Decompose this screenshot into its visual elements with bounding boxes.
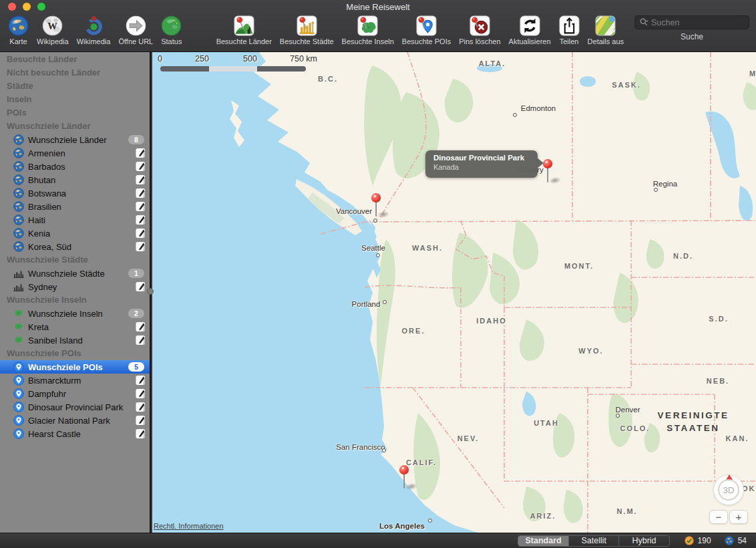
map-details-icon: [595, 15, 616, 36]
status-bar: Standard Satellit Hybrid 190 54: [0, 533, 756, 548]
scale-segment: [257, 66, 306, 72]
toolbar-button-details-aus[interactable]: Details aus: [588, 15, 624, 45]
3d-button[interactable]: 3D: [718, 479, 739, 501]
toolbar-button-wikimedia[interactable]: Wikimedia: [77, 15, 111, 45]
sidebar-section-header[interactable]: Wunschziele Städte: [0, 253, 150, 267]
sidebar-item[interactable]: Wunschziele Inseln2: [0, 307, 150, 320]
sidebar-item[interactable]: Wunschziele Städte1: [0, 267, 150, 280]
sidebar-item[interactable]: Hearst Castle: [0, 427, 150, 440]
pin-callout[interactable]: Dinosaur Provincial Park Kanada: [425, 150, 538, 178]
sidebar-section-header[interactable]: Wunschziele Länder: [0, 120, 150, 133]
map-base-layer: [152, 52, 756, 533]
map-region-label: ARIZ.: [530, 512, 556, 520]
sidebar-item[interactable]: Botswana: [0, 186, 150, 200]
edit-note-icon[interactable]: [136, 201, 146, 212]
toolbar-button-besuchte-pois[interactable]: Besuchte POIs: [402, 15, 451, 45]
edit-note-icon[interactable]: [136, 402, 146, 412]
compass-3d-control[interactable]: 3D: [713, 474, 744, 505]
toolbar-button-pins-loeschen[interactable]: Pins löschen: [459, 15, 500, 45]
sidebar-section-header[interactable]: Nicht besuchte Länder: [0, 66, 150, 80]
sidebar-item-label: Sanibel Island: [28, 335, 83, 346]
toolbar-button-besuchte-laender[interactable]: Besuchte Länder: [216, 15, 272, 45]
edit-note-icon[interactable]: [136, 388, 146, 399]
sidebar-item[interactable]: Kenia: [0, 227, 150, 240]
sidebar-item[interactable]: Sanibel Island: [0, 333, 150, 347]
sidebar-item[interactable]: Haiti: [0, 213, 150, 227]
sidebar-item[interactable]: Bismarckturm: [0, 374, 150, 387]
sidebar-section-header[interactable]: Wunschziele POIs: [0, 347, 150, 360]
sidebar-item[interactable]: Dinosaur Provincial Park: [0, 400, 150, 414]
toolbar-button-oeffne-url[interactable]: Öffne URL: [118, 15, 153, 45]
edit-note-icon[interactable]: [136, 228, 146, 239]
window-title: Meine Reisewelt: [0, 2, 756, 12]
edit-note-icon[interactable]: [136, 161, 146, 172]
edit-note-icon[interactable]: [136, 375, 146, 386]
pin-head: [371, 193, 381, 202]
legal-info-link[interactable]: Rechtl. Informationen: [154, 522, 224, 530]
sidebar-item[interactable]: Bhutan: [0, 173, 150, 186]
edit-note-icon[interactable]: [136, 281, 146, 292]
delete-pins-icon: [469, 15, 490, 36]
sidebar-item[interactable]: Dampfuhr: [0, 387, 150, 400]
edit-note-icon[interactable]: [136, 241, 146, 252]
red-map-pin[interactable]: [399, 465, 419, 496]
search-field[interactable]: [634, 15, 749, 29]
map-canvas[interactable]: 0 250 500 750 km Dinosaur Provincial Par…: [152, 52, 756, 533]
pin-shadow: [549, 176, 562, 185]
sidebar-item[interactable]: Sydney: [0, 280, 150, 293]
sidebar-item-label: Wunschziele Städte: [28, 269, 105, 279]
edit-note-icon[interactable]: [136, 215, 146, 225]
red-map-pin[interactable]: [371, 193, 391, 224]
search-input[interactable]: [649, 17, 745, 28]
window-header: Meine Reisewelt KarteWWikipediaWikimedia…: [0, 0, 756, 52]
green-globe-icon: [161, 15, 182, 36]
sidebar-splitter-handle[interactable]: [147, 288, 154, 295]
poi-icon: [13, 415, 24, 426]
zoom-in-button[interactable]: +: [729, 510, 748, 524]
map-city-label: Edmonton: [521, 104, 556, 112]
edit-note-icon[interactable]: [136, 335, 146, 346]
sidebar-item[interactable]: Kreta: [0, 320, 150, 333]
toolbar-button-karte[interactable]: Karte: [8, 15, 29, 45]
pin-head: [543, 159, 552, 168]
edit-note-icon[interactable]: [136, 174, 146, 185]
map-region-label: SASK.: [612, 81, 641, 89]
app-window: Meine Reisewelt KarteWWikipediaWikimedia…: [0, 0, 756, 548]
sidebar-item[interactable]: Wunschziele POIs5: [0, 360, 150, 374]
sidebar-item[interactable]: Brasilien: [0, 200, 150, 213]
map-city-dot: [616, 414, 620, 418]
globe-icon: [13, 161, 24, 172]
sidebar-section-header[interactable]: Wunschziele Inseln: [0, 293, 150, 307]
toolbar-button-teilen[interactable]: Teilen: [559, 15, 580, 45]
globe-icon: [13, 134, 24, 145]
sidebar-item[interactable]: Barbados: [0, 160, 150, 173]
sidebar-item-label: Hearst Castle: [28, 429, 81, 439]
toolbar-button-besuchte-inseln[interactable]: Besuchte Inseln: [342, 15, 394, 45]
sidebar-item[interactable]: Korea, Süd: [0, 240, 150, 253]
toolbar-button-aktualisieren[interactable]: Aktualisieren: [509, 15, 551, 45]
sidebar-item-label: Wunschziele Länder: [28, 135, 107, 145]
toolbar-button-status[interactable]: Status: [161, 15, 182, 45]
edit-note-icon[interactable]: [136, 415, 146, 426]
toolbar-button-besuchte-staedte[interactable]: Besuchte Städte: [280, 15, 334, 45]
sidebar-section-header[interactable]: Besuchte Länder: [0, 53, 150, 66]
segment-satellit[interactable]: Satellit: [568, 536, 618, 546]
sidebar-section-header[interactable]: POIs: [0, 106, 150, 120]
red-map-pin[interactable]: [543, 159, 563, 190]
segment-standard[interactable]: Standard: [518, 536, 568, 546]
sidebar-item[interactable]: Armenien: [0, 146, 150, 160]
globe-earth-icon: [725, 536, 734, 545]
sidebar-section-header[interactable]: Städte: [0, 80, 150, 93]
sidebar-item-label: Brasilien: [28, 202, 61, 212]
edit-note-icon[interactable]: [136, 188, 146, 198]
sidebar-item[interactable]: Wunschziele Länder8: [0, 133, 150, 146]
edit-note-icon[interactable]: [136, 148, 146, 158]
sidebar-item-label: Botswana: [28, 188, 66, 198]
edit-note-icon[interactable]: [136, 428, 146, 439]
toolbar-button-wikipedia[interactable]: WWikipedia: [37, 15, 69, 45]
zoom-out-button[interactable]: −: [709, 510, 728, 524]
segment-hybrid[interactable]: Hybrid: [618, 536, 669, 546]
sidebar-section-header[interactable]: Inseln: [0, 93, 150, 106]
edit-note-icon[interactable]: [136, 321, 146, 332]
sidebar-item[interactable]: Glacier National Park: [0, 414, 150, 427]
